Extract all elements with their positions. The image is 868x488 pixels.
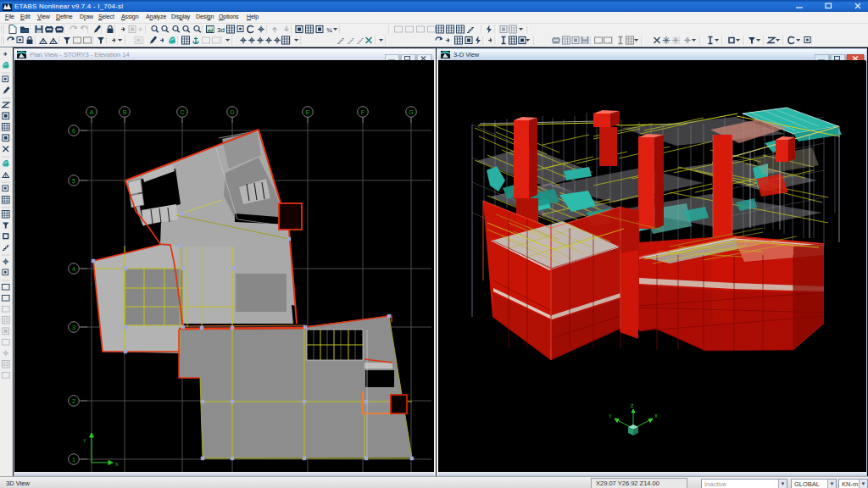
- svg-text:F: F: [361, 109, 364, 115]
- svg-text:¾: ¾: [326, 25, 332, 33]
- svg-text:Y: Y: [83, 438, 86, 443]
- svg-text:B: B: [123, 109, 127, 115]
- svg-text:5: 5: [72, 178, 75, 184]
- svg-text:1: 1: [72, 457, 75, 463]
- svg-text:E: E: [306, 109, 310, 115]
- svg-text:G: G: [409, 109, 413, 115]
- svg-text:X: X: [115, 462, 119, 467]
- svg-text:Y: Y: [609, 413, 612, 419]
- svg-text:D: D: [230, 109, 234, 115]
- svg-text:6: 6: [72, 128, 75, 134]
- svg-text:3: 3: [72, 324, 75, 330]
- svg-text:A: A: [90, 109, 94, 115]
- svg-text:3d: 3d: [217, 25, 225, 33]
- svg-text:X: X: [654, 413, 658, 419]
- svg-text:2: 2: [72, 398, 75, 404]
- svg-text:C: C: [180, 109, 184, 115]
- svg-text:4: 4: [72, 266, 75, 272]
